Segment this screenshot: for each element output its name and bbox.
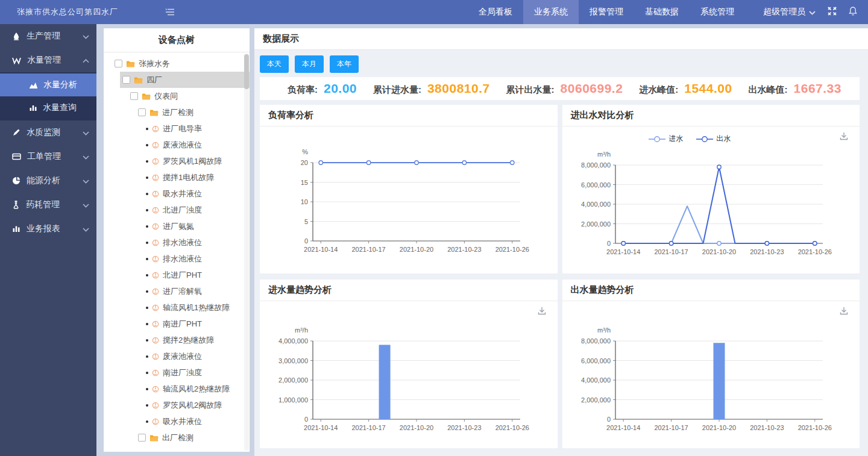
svg-text:m³/h: m³/h: [597, 151, 611, 158]
stat-group: 累计出水量:8060699.2: [506, 81, 623, 96]
tree-node-folder[interactable]: 张掖水务: [112, 55, 250, 72]
nav-item-3[interactable]: 基础数据: [634, 0, 690, 24]
sidebar-subitem-0[interactable]: 水量分析: [0, 73, 96, 96]
tree-row: 南进厂PHT: [104, 316, 250, 332]
user-name: 超级管理员: [763, 7, 805, 17]
download-icon[interactable]: [537, 306, 547, 318]
tree-node-label: 排水池液位: [163, 237, 202, 248]
tree-node-point[interactable]: 搅拌2热继故障: [143, 332, 250, 348]
tree-node-point[interactable]: 进厂氨氮: [143, 218, 250, 234]
tree-row: 进厂氨氮: [104, 218, 250, 234]
legend-item-进水[interactable]: 进水: [649, 134, 683, 144]
stat-group: 出水峰值:1667.33: [749, 81, 841, 96]
tree-node-point[interactable]: 排水池液位: [143, 251, 250, 267]
tree-row: 北进厂浊度: [104, 202, 250, 218]
bullet-icon: [146, 176, 148, 179]
tree-node-folder[interactable]: 出厂检测: [136, 429, 250, 446]
tree-node-point[interactable]: 废液池液位: [143, 137, 250, 153]
tree-node-point[interactable]: 搅拌1电机故障: [143, 169, 250, 186]
gauge-icon: [152, 272, 159, 279]
sidebar-item-5[interactable]: 药耗管理: [0, 193, 96, 217]
page-layout: 生产管理水量管理水量分析水量查询水质监测工单管理能源分析药耗管理业务报表 设备点…: [0, 24, 868, 456]
svg-text:8,000,000: 8,000,000: [581, 161, 611, 169]
water-volume-icon: [12, 57, 21, 64]
sidebar-item-label: 水量管理: [27, 55, 61, 66]
gauge-icon: [152, 142, 159, 149]
tree-node-point[interactable]: 废液池液位: [143, 348, 250, 364]
chart-body: 02,000,0004,000,0006,000,0008,000,000m³/…: [562, 301, 860, 448]
nav-item-4[interactable]: 系统管理: [690, 0, 745, 24]
svg-text:2021-10-17: 2021-10-17: [351, 246, 385, 253]
download-icon[interactable]: [839, 131, 849, 143]
tree-node-point[interactable]: 罗茨风机2阀故障: [143, 397, 250, 413]
user-menu[interactable]: 超级管理员: [763, 7, 816, 17]
tree-row: 进厂溶解氧: [104, 283, 250, 299]
tree-node-point[interactable]: 进厂电导率: [143, 120, 250, 137]
tree-node-folder[interactable]: 四厂: [120, 72, 250, 88]
nav-item-2[interactable]: 报警管理: [579, 0, 634, 24]
tree-node-point[interactable]: 北进厂PHT: [143, 267, 250, 283]
fullscreen-icon[interactable]: [828, 7, 837, 18]
sidebar-item-0[interactable]: 生产管理: [0, 24, 96, 48]
tree-checkbox[interactable]: [130, 92, 138, 100]
sidebar-subitem-1[interactable]: 水量查询: [0, 96, 96, 119]
nav-item-1[interactable]: 业务系统: [523, 0, 579, 24]
bell-icon[interactable]: [849, 6, 857, 18]
svg-text:6,000,000: 6,000,000: [581, 357, 611, 364]
tree-node-label: 仪表间: [154, 91, 178, 102]
tree-node-point[interactable]: 北进厂浊度: [143, 202, 250, 218]
sidebar-item-3[interactable]: 工单管理: [0, 145, 96, 169]
svg-text:0: 0: [606, 416, 610, 423]
tree-node-label: 进厂电导率: [163, 123, 202, 134]
tree-checkbox[interactable]: [122, 76, 130, 84]
collapse-menu-icon[interactable]: [165, 8, 175, 16]
download-icon[interactable]: [839, 306, 849, 318]
chart-card-in-out-compare: 进出水对比分析进水出水02,000,0004,000,0006,000,0008…: [562, 105, 860, 273]
tree-node-point[interactable]: 轴流风机1热继故障: [143, 299, 250, 316]
sidebar-item-2[interactable]: 水质监测: [0, 120, 96, 145]
range-button-2[interactable]: 本年: [330, 55, 359, 73]
bullet-icon: [146, 209, 148, 211]
tree-node-label: 进厂氨氮: [163, 221, 194, 232]
tree-node-point[interactable]: 吸水井液位: [143, 413, 250, 429]
tree-node-point[interactable]: 排水池液位: [143, 234, 250, 251]
legend-item-出水[interactable]: 出水: [696, 134, 731, 144]
nav-item-0[interactable]: 全局看板: [468, 0, 523, 24]
tree-node-label: 废液池液位: [163, 140, 202, 151]
svg-text:2021-10-23: 2021-10-23: [750, 248, 784, 255]
sidebar-item-1[interactable]: 水量管理: [0, 48, 96, 72]
tree-checkbox[interactable]: [138, 108, 146, 116]
tree-checkbox[interactable]: [115, 60, 122, 67]
tree-checkbox[interactable]: [138, 434, 146, 442]
device-tree-panel: 设备点树 张掖水务四厂仪表间进厂检测进厂电导率废液池液位罗茨风机1阀故障搅拌1电…: [104, 28, 250, 452]
svg-text:2021-10-17: 2021-10-17: [654, 424, 688, 431]
svg-text:1,000,000: 1,000,000: [278, 396, 308, 404]
tree-node-point[interactable]: 轴流风机2热继故障: [143, 381, 250, 397]
tree-scrollbar-thumb[interactable]: [244, 54, 249, 89]
svg-text:2021-10-14: 2021-10-14: [606, 248, 640, 255]
tree-node-folder[interactable]: 仪表间: [128, 88, 250, 104]
tree-row: 吸水井液位: [104, 186, 250, 202]
tree-node-point[interactable]: 罗茨风机1阀故障: [143, 153, 250, 169]
svg-text:2021-10-20: 2021-10-20: [702, 248, 735, 255]
tree-node-point[interactable]: 吸水井液位: [143, 186, 250, 202]
tree-scrollbar-track[interactable]: [244, 54, 249, 451]
stat-group: 累计进水量:3800810.7: [373, 81, 490, 96]
tree-node-label: 罗茨风机1阀故障: [163, 156, 222, 167]
range-button-1[interactable]: 本月: [295, 55, 324, 73]
svg-text:15: 15: [301, 179, 308, 186]
folder-icon: [126, 60, 135, 67]
tree-row: 废液池液位: [104, 348, 250, 364]
sidebar-item-6[interactable]: 业务报表: [0, 217, 96, 241]
sidebar-item-4[interactable]: 能源分析: [0, 169, 96, 193]
tree-node-point[interactable]: 进厂溶解氧: [143, 283, 250, 299]
chevron-up-icon: [83, 55, 89, 65]
range-button-0[interactable]: 本天: [260, 55, 289, 73]
tree-node-point[interactable]: 南进厂PHT: [143, 316, 250, 332]
gauge-icon: [152, 174, 159, 181]
main-body: 本天本月本年 负荷率:20.00累计进水量:3800810.7累计出水量:806…: [254, 50, 868, 456]
chart-title: 进出水对比分析: [562, 105, 860, 126]
water-quality-icon: [12, 128, 20, 137]
tree-node-point[interactable]: 南进厂浊度: [143, 364, 250, 381]
tree-node-folder[interactable]: 进厂检测: [136, 104, 250, 120]
